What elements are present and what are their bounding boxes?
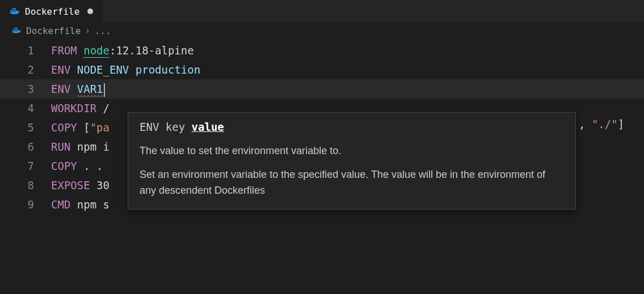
chevron-right-icon: › xyxy=(85,26,90,35)
svg-rect-0 xyxy=(11,10,12,12)
line-number: 9 xyxy=(0,195,51,214)
svg-rect-8 xyxy=(14,28,15,29)
line-number: 2 xyxy=(0,60,51,79)
line-number: 4 xyxy=(0,99,51,118)
svg-rect-7 xyxy=(16,29,17,31)
code-line-current[interactable]: 3 ENV VAR1 xyxy=(0,79,644,99)
breadcrumb-rest[interactable]: ... xyxy=(95,25,111,36)
svg-rect-5 xyxy=(12,29,14,31)
svg-rect-2 xyxy=(14,10,16,12)
code-line[interactable]: 2 ENV NODE_ENV production xyxy=(0,60,644,79)
line-number: 6 xyxy=(0,137,51,156)
line-number: 1 xyxy=(0,41,51,60)
code-line[interactable]: 1 FROM node:12.18-alpine xyxy=(0,41,644,60)
tab-bar: Dockerfile xyxy=(0,0,644,23)
docker-icon xyxy=(9,6,20,17)
signature-help-tooltip: ENV key value The value to set the envir… xyxy=(128,112,576,210)
code-fragment-trailing: , "./"] xyxy=(579,118,624,130)
tab-filename: Dockerfile xyxy=(25,6,79,17)
svg-rect-9 xyxy=(16,28,17,29)
editor-tab-dockerfile[interactable]: Dockerfile xyxy=(0,0,102,23)
text-cursor xyxy=(104,83,105,97)
svg-rect-3 xyxy=(12,8,14,10)
breadcrumb-filename[interactable]: Dockerfile xyxy=(26,25,81,36)
unsaved-indicator-icon xyxy=(87,8,93,14)
line-number: 3 xyxy=(0,79,51,99)
line-number: 7 xyxy=(0,156,51,176)
tooltip-instruction-description: Set an environment variable to the speci… xyxy=(140,167,564,199)
tooltip-param-description: The value to set the environment variabl… xyxy=(140,143,564,159)
svg-rect-6 xyxy=(14,29,15,31)
docker-icon xyxy=(11,25,22,36)
tooltip-signature: ENV key value xyxy=(140,121,564,133)
svg-rect-4 xyxy=(14,8,16,10)
breadcrumb[interactable]: Dockerfile › ... xyxy=(0,23,644,39)
line-number: 5 xyxy=(0,118,51,137)
line-number: 8 xyxy=(0,176,51,195)
svg-rect-1 xyxy=(12,10,14,12)
